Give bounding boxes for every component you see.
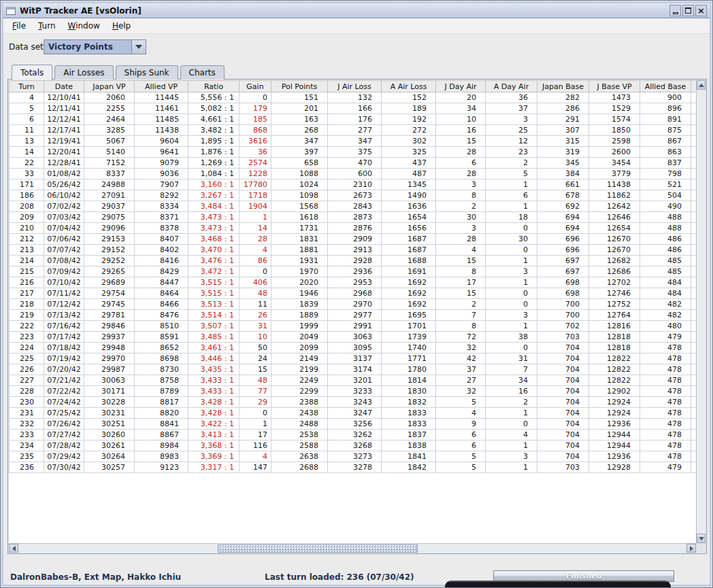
- cell-allied-vp[interactable]: 8867: [135, 430, 188, 440]
- cell-j-base-vp[interactable]: 12746: [589, 288, 640, 299]
- table-row-turn-213[interactable]: 21307/07/422915284023,470 : 141881291316…: [10, 245, 697, 256]
- cell-allied-vp[interactable]: 8820: [135, 408, 188, 419]
- cell-allied-base[interactable]: 488: [640, 212, 691, 223]
- cell-a-air-loss[interactable]: 1833: [382, 408, 436, 419]
- cell-a[interactable]: [691, 310, 697, 321]
- cell-japan-vp[interactable]: 29781: [84, 310, 135, 321]
- cell-date[interactable]: 05/26/42: [44, 179, 84, 190]
- cell-japan-base[interactable]: 704: [537, 386, 589, 397]
- table-row-turn-212[interactable]: 21207/06/422915384073,468 : 128183129091…: [10, 234, 697, 245]
- cell-pol-points[interactable]: 1999: [271, 321, 328, 332]
- cell-a[interactable]: [691, 179, 697, 190]
- cell-a-day-air[interactable]: 1: [486, 321, 537, 332]
- cell-j-base-vp[interactable]: 12944: [589, 440, 640, 451]
- cell-allied-vp[interactable]: 11485: [135, 114, 188, 125]
- cell-j-air-loss[interactable]: 2977: [328, 310, 382, 321]
- cell-japan-vp[interactable]: 29689: [84, 277, 135, 288]
- cell-japan-base[interactable]: 704: [537, 419, 589, 430]
- cell-allied-base[interactable]: 478: [640, 430, 691, 440]
- cell-j-day-air[interactable]: 9: [436, 419, 486, 430]
- cell-j-air-loss[interactable]: 3233: [328, 386, 382, 397]
- cell-japan-base[interactable]: 696: [537, 234, 589, 245]
- cell-allied-base[interactable]: 478: [640, 440, 691, 451]
- cell-a-air-loss[interactable]: 1345: [382, 179, 436, 190]
- cell-j-day-air[interactable]: 37: [436, 364, 486, 375]
- cell-a-day-air[interactable]: 2: [486, 397, 537, 408]
- cell-gain[interactable]: 179: [239, 103, 271, 114]
- cell-pol-points[interactable]: 2538: [271, 430, 328, 440]
- cell-allied-base[interactable]: 478: [640, 451, 691, 462]
- cell-turn[interactable]: 5: [10, 103, 44, 114]
- cell-date[interactable]: 07/11/42: [44, 288, 84, 299]
- cell-a-day-air[interactable]: 12: [486, 136, 537, 147]
- cell-pol-points[interactable]: 2638: [271, 451, 328, 462]
- table-row-turn-11[interactable]: 1112/17/413285114383,482 : 1868268277272…: [10, 125, 697, 136]
- cell-japan-base[interactable]: 700: [537, 299, 589, 310]
- cell-j-day-air[interactable]: 15: [436, 288, 486, 299]
- cell-gain[interactable]: 11: [239, 299, 271, 310]
- cell-gain[interactable]: 1228: [239, 169, 271, 179]
- cell-ratio[interactable]: 3,267 : 1: [188, 190, 239, 201]
- cell-a-air-loss[interactable]: 1636: [382, 201, 436, 212]
- cell-ratio[interactable]: 3,470 : 1: [188, 245, 239, 256]
- table-row-turn-217[interactable]: 21707/11/422975484643,515 : 148194629681…: [10, 288, 697, 299]
- cell-date[interactable]: 07/10/42: [44, 277, 84, 288]
- cell-a[interactable]: [691, 321, 697, 332]
- table-row-turn-13[interactable]: 1312/19/41506796041,895 : 13616347347302…: [10, 136, 697, 147]
- title-bar[interactable]: WitP Tracker AE [vsOlorin] ×: [3, 3, 710, 18]
- cell-japan-vp[interactable]: 3285: [84, 125, 135, 136]
- cell-japan-vp[interactable]: 5067: [84, 136, 135, 147]
- cell-turn[interactable]: 33: [10, 169, 44, 179]
- cell-ratio[interactable]: 3,369 : 1: [188, 451, 239, 462]
- cell-a-day-air[interactable]: 25: [486, 125, 537, 136]
- cell-j-air-loss[interactable]: 2970: [328, 299, 382, 310]
- cell-j-air-loss[interactable]: 3174: [328, 364, 382, 375]
- cell-j-day-air[interactable]: 28: [436, 147, 486, 158]
- cell-japan-base[interactable]: 702: [537, 321, 589, 332]
- cell-pol-points[interactable]: 1946: [271, 288, 328, 299]
- cell-a-air-loss[interactable]: 1740: [382, 343, 436, 353]
- cell-allied-base[interactable]: 867: [640, 136, 691, 147]
- cell-date[interactable]: 07/04/42: [44, 223, 84, 234]
- column-header-a-day-air[interactable]: A Day Air: [486, 81, 537, 92]
- cell-a-day-air[interactable]: 7: [486, 364, 537, 375]
- cell-j-base-vp[interactable]: 12818: [589, 332, 640, 343]
- cell-allied-base[interactable]: 479: [640, 462, 691, 473]
- cell-japan-vp[interactable]: 29987: [84, 364, 135, 375]
- cell-allied-vp[interactable]: 9123: [135, 462, 188, 473]
- cell-allied-base[interactable]: 863: [640, 147, 691, 158]
- cell-pol-points[interactable]: 1098: [271, 190, 328, 201]
- cell-allied-base[interactable]: 484: [640, 288, 691, 299]
- cell-gain[interactable]: 14: [239, 223, 271, 234]
- cell-allied-vp[interactable]: 8730: [135, 364, 188, 375]
- cell-turn[interactable]: 219: [10, 310, 44, 321]
- cell-allied-vp[interactable]: 8407: [135, 234, 188, 245]
- cell-japan-base[interactable]: 696: [537, 245, 589, 256]
- cell-gain[interactable]: 10: [239, 332, 271, 343]
- cell-a-day-air[interactable]: 1: [486, 256, 537, 266]
- tab-ships-sunk[interactable]: Ships Sunk: [116, 65, 178, 80]
- cell-j-air-loss[interactable]: 3273: [328, 451, 382, 462]
- cell-j-day-air[interactable]: 8: [436, 321, 486, 332]
- cell-allied-vp[interactable]: 9604: [135, 136, 188, 147]
- cell-allied-base[interactable]: 479: [640, 332, 691, 343]
- cell-japan-base[interactable]: 384: [537, 169, 589, 179]
- cell-j-air-loss[interactable]: 2968: [328, 288, 382, 299]
- cell-a-day-air[interactable]: 0: [486, 419, 537, 430]
- cell-date[interactable]: 07/18/42: [44, 343, 84, 353]
- cell-japan-base[interactable]: 704: [537, 364, 589, 375]
- cell-pol-points[interactable]: 2020: [271, 277, 328, 288]
- cell-ratio[interactable]: 3,513 : 1: [188, 299, 239, 310]
- cell-j-air-loss[interactable]: 166: [328, 103, 382, 114]
- cell-allied-base[interactable]: 478: [640, 397, 691, 408]
- cell-allied-vp[interactable]: 8817: [135, 397, 188, 408]
- cell-j-air-loss[interactable]: 2928: [328, 256, 382, 266]
- cell-pol-points[interactable]: 347: [271, 136, 328, 147]
- cell-date[interactable]: 07/13/42: [44, 310, 84, 321]
- cell-date[interactable]: 12/28/41: [44, 158, 84, 169]
- table-row-turn-235[interactable]: 23507/29/423026489833,369 : 142638327318…: [10, 451, 697, 462]
- cell-date[interactable]: 07/21/42: [44, 375, 84, 386]
- cell-turn[interactable]: 214: [10, 256, 44, 266]
- cell-allied-vp[interactable]: 8464: [135, 288, 188, 299]
- cell-a-day-air[interactable]: 0: [486, 223, 537, 234]
